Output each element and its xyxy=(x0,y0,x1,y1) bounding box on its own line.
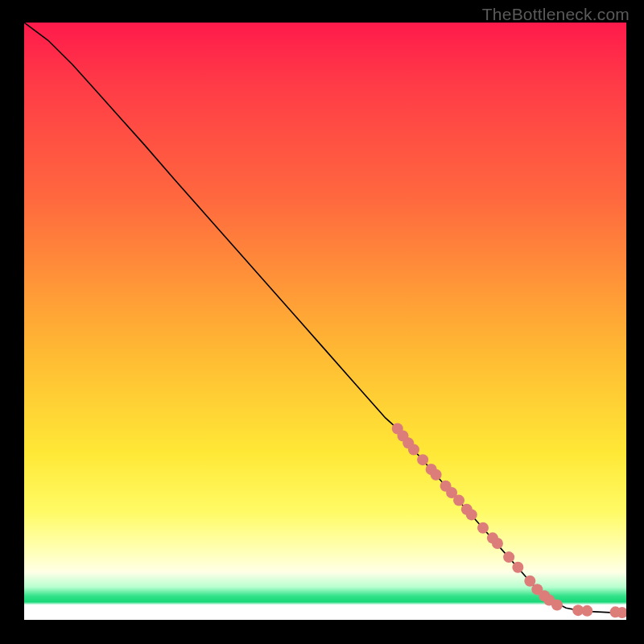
chart-point xyxy=(503,551,514,563)
chart-point xyxy=(512,562,523,573)
chart-point xyxy=(581,605,592,617)
chart-point xyxy=(466,509,477,520)
chart-point xyxy=(408,444,419,456)
chart-area xyxy=(24,23,626,620)
chart-point xyxy=(453,495,464,506)
chart-point xyxy=(492,538,503,549)
chart-point xyxy=(551,599,563,610)
chart-point xyxy=(417,454,428,465)
chart-point xyxy=(431,469,442,481)
chart-point xyxy=(477,522,489,534)
chart-line xyxy=(24,23,626,613)
chart-svg xyxy=(24,23,626,620)
watermark-text: TheBottleneck.com xyxy=(482,5,630,24)
